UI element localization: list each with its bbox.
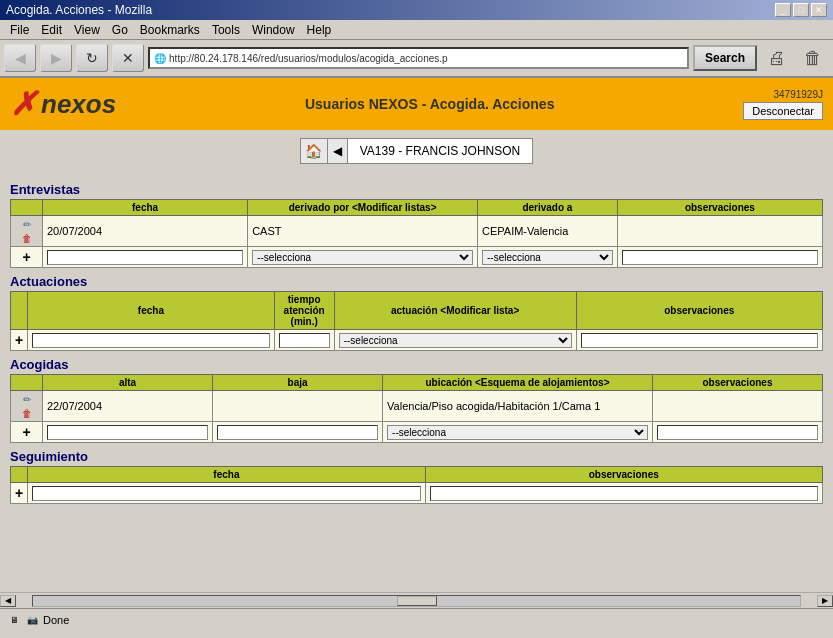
actuaciones-table: fecha tiempo atención (min.) actuación <… xyxy=(10,291,823,351)
taskbar-icon-1: 🖥 xyxy=(6,612,22,628)
acogidas-alta-input[interactable] xyxy=(47,425,208,440)
acogidas-observaciones-input[interactable] xyxy=(657,425,818,440)
acogidas-new-observaciones xyxy=(652,422,822,443)
delete-icon[interactable]: 🗑 xyxy=(20,406,34,420)
seguimiento-add-button[interactable]: + xyxy=(15,485,23,501)
taskbar-icon-2: 📷 xyxy=(24,612,40,628)
section-title-acogidas: Acogidas xyxy=(10,357,823,372)
breadcrumb: VA139 - FRANCIS JOHNSON xyxy=(348,138,533,164)
entrevistas-row1-observaciones xyxy=(617,216,822,247)
back-button[interactable]: ◀ xyxy=(4,44,36,72)
entrevistas-row1-derivado-a: CEPAIM-Valencia xyxy=(478,216,618,247)
seguimiento-col-fecha: fecha xyxy=(28,467,425,483)
entrevistas-derivado-a-select[interactable]: --selecciona xyxy=(482,250,613,265)
actuaciones-col-actions xyxy=(11,292,28,330)
disconnect-button[interactable]: Desconectar xyxy=(743,102,823,120)
seguimiento-new-fecha xyxy=(28,483,425,504)
acogidas-add-cell: + xyxy=(11,422,43,443)
seguimiento-fecha-input[interactable] xyxy=(32,486,420,501)
scroll-right-button[interactable]: ▶ xyxy=(817,595,833,607)
acogidas-row1-observaciones xyxy=(652,391,822,422)
home-button[interactable]: 🏠 xyxy=(300,138,328,164)
seguimiento-col-observaciones: observaciones xyxy=(425,467,822,483)
window-controls: _ □ ✕ xyxy=(775,3,827,17)
menu-tools[interactable]: Tools xyxy=(206,22,246,38)
scroll-left-button[interactable]: ◀ xyxy=(0,595,16,607)
trash-icon[interactable]: 🗑 xyxy=(797,44,829,72)
acogidas-col-baja: baja xyxy=(213,375,383,391)
entrevistas-row1-fecha: 20/07/2004 xyxy=(43,216,248,247)
user-id: 34791929J xyxy=(774,89,824,100)
forward-button[interactable]: ▶ xyxy=(40,44,72,72)
menu-view[interactable]: View xyxy=(68,22,106,38)
address-bar[interactable]: 🌐 http://80.24.178.146/red/usuarios/modu… xyxy=(148,47,689,69)
actuaciones-col-actuacion: actuación <Modificar lista> xyxy=(334,292,576,330)
table-row: ✏ 🗑 22/07/2004 Valencia/Piso acogida/Hab… xyxy=(11,391,823,422)
window-title: Acogida. Acciones - Mozilla xyxy=(6,3,152,17)
logo: ✗ nexos xyxy=(10,85,116,123)
header-right: 34791929J Desconectar xyxy=(743,89,823,120)
table-row: ✏ 🗑 20/07/2004 CAST CEPAIM-Valencia xyxy=(11,216,823,247)
entrevistas-add-button[interactable]: + xyxy=(22,249,30,265)
actuaciones-fecha-input[interactable] xyxy=(32,333,269,348)
statusbar: 🖥 📷 Done xyxy=(0,608,833,630)
section-title-actuaciones: Actuaciones xyxy=(10,274,823,289)
seguimiento-new-observaciones xyxy=(425,483,822,504)
entrevistas-fecha-input[interactable] xyxy=(47,250,243,265)
delete-icon[interactable]: 🗑 xyxy=(20,231,34,245)
actuaciones-col-tiempo: tiempo atención (min.) xyxy=(274,292,334,330)
menubar: File Edit View Go Bookmarks Tools Window… xyxy=(0,20,833,40)
entrevistas-derivado-por-select[interactable]: --selecciona xyxy=(252,250,473,265)
menu-file[interactable]: File xyxy=(4,22,35,38)
menu-help[interactable]: Help xyxy=(301,22,338,38)
acogidas-new-ubicacion: --selecciona xyxy=(383,422,653,443)
status-text: Done xyxy=(43,614,69,626)
acogidas-add-button[interactable]: + xyxy=(22,424,30,440)
entrevistas-new-derivado-a: --selecciona xyxy=(478,247,618,268)
nav-row: 🏠 ◀ VA139 - FRANCIS JOHNSON xyxy=(0,130,833,172)
menu-bookmarks[interactable]: Bookmarks xyxy=(134,22,206,38)
entrevistas-col-observaciones: observaciones xyxy=(617,200,822,216)
reload-button[interactable]: ↻ xyxy=(76,44,108,72)
globe-icon: 🌐 xyxy=(154,53,166,64)
close-button[interactable]: ✕ xyxy=(811,3,827,17)
edit-icon[interactable]: ✏ xyxy=(20,217,34,231)
actuaciones-col-observaciones: observaciones xyxy=(576,292,823,330)
logo-text: nexos xyxy=(41,89,116,120)
acogidas-ubicacion-select[interactable]: --selecciona xyxy=(387,425,648,440)
menu-window[interactable]: Window xyxy=(246,22,301,38)
menu-edit[interactable]: Edit xyxy=(35,22,68,38)
actuaciones-tiempo-input[interactable] xyxy=(279,333,330,348)
actuaciones-add-cell: + xyxy=(11,330,28,351)
print-icon[interactable]: 🖨 xyxy=(761,44,793,72)
acogidas-baja-input[interactable] xyxy=(217,425,378,440)
seguimiento-table: fecha observaciones + xyxy=(10,466,823,504)
seguimiento-col-actions xyxy=(11,467,28,483)
minimize-button[interactable]: _ xyxy=(775,3,791,17)
entrevistas-table: fecha derivado por <Modificar listas> de… xyxy=(10,199,823,268)
actuaciones-actuacion-select[interactable]: --selecciona xyxy=(339,333,572,348)
seguimiento-observaciones-input[interactable] xyxy=(430,486,818,501)
maximize-button[interactable]: □ xyxy=(793,3,809,17)
breadcrumb-back-button[interactable]: ◀ xyxy=(328,138,348,164)
actuaciones-new-actuacion: --selecciona xyxy=(334,330,576,351)
scroll-thumb[interactable] xyxy=(397,596,437,606)
search-button[interactable]: Search xyxy=(693,45,757,71)
edit-icon[interactable]: ✏ xyxy=(20,392,34,406)
actuaciones-add-button[interactable]: + xyxy=(15,332,23,348)
acogidas-col-observaciones: observaciones xyxy=(652,375,822,391)
app-header: ✗ nexos Usuarios NEXOS - Acogida. Accion… xyxy=(0,78,833,130)
acogidas-row1-alta: 22/07/2004 xyxy=(43,391,213,422)
actuaciones-new-tiempo xyxy=(274,330,334,351)
stop-button[interactable]: ✕ xyxy=(112,44,144,72)
seguimiento-new-row: + xyxy=(11,483,823,504)
menu-go[interactable]: Go xyxy=(106,22,134,38)
actuaciones-observaciones-input[interactable] xyxy=(581,333,819,348)
entrevistas-row1-actions: ✏ 🗑 xyxy=(11,216,43,247)
entrevistas-col-derivado-por: derivado por <Modificar listas> xyxy=(248,200,478,216)
acogidas-new-baja xyxy=(213,422,383,443)
acogidas-row1-ubicacion: Valencia/Piso acogida/Habitación 1/Cama … xyxy=(383,391,653,422)
actuaciones-new-row: + --selecciona xyxy=(11,330,823,351)
entrevistas-observaciones-input[interactable] xyxy=(622,250,818,265)
entrevistas-new-derivado-por: --selecciona xyxy=(248,247,478,268)
